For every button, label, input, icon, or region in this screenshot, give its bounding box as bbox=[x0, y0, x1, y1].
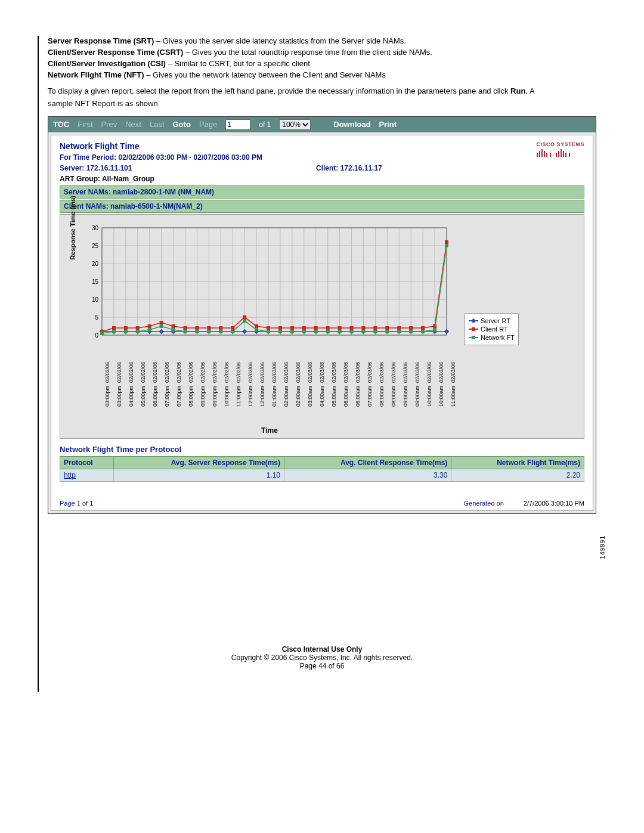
svg-rect-110 bbox=[160, 324, 163, 328]
th-avg-client: Avg. Client Response Time(ms) bbox=[284, 456, 451, 469]
svg-rect-122 bbox=[302, 330, 306, 333]
x-tick: 02/02/0607:00pm bbox=[162, 345, 174, 393]
x-tick: 02/03/0606:00am bbox=[352, 345, 364, 393]
svg-rect-98 bbox=[373, 326, 377, 330]
th-protocol: Protocol bbox=[60, 456, 114, 469]
svg-text:25: 25 bbox=[92, 243, 99, 249]
cisco-logo: CISCO SYSTEMS bbox=[536, 141, 584, 157]
protocol-link[interactable]: http bbox=[60, 469, 114, 481]
svg-text:10: 10 bbox=[92, 296, 99, 303]
svg-rect-50 bbox=[159, 329, 163, 334]
svg-rect-125 bbox=[338, 330, 342, 333]
svg-rect-132 bbox=[421, 330, 425, 333]
cell-nft: 2.20 bbox=[451, 469, 584, 481]
svg-rect-102 bbox=[421, 326, 425, 330]
report-viewer: TOC First Prev Next Last Goto Page of 1 … bbox=[48, 116, 596, 514]
definitions-block: Server Response Time (SRT) – Gives you t… bbox=[48, 36, 596, 80]
svg-rect-85 bbox=[219, 326, 222, 330]
page-footer: Cisco Internal Use Only Copyright © 2006… bbox=[48, 645, 596, 670]
goto-button[interactable]: Goto bbox=[173, 120, 191, 129]
x-tick: 02/03/0604:00am bbox=[317, 345, 329, 393]
zoom-select[interactable]: 100% bbox=[279, 119, 311, 130]
svg-rect-81 bbox=[172, 324, 175, 328]
x-tick: 02/02/0608:00pm bbox=[185, 345, 197, 393]
svg-rect-109 bbox=[148, 328, 151, 332]
of-pages: of 1 bbox=[259, 120, 271, 129]
svg-rect-94 bbox=[326, 326, 330, 330]
legend-client-rt: Client RT bbox=[469, 326, 515, 333]
svg-rect-134 bbox=[445, 244, 448, 247]
svg-rect-116 bbox=[231, 330, 234, 333]
y-axis-label: Response Time (ms) bbox=[69, 196, 76, 259]
svg-rect-91 bbox=[290, 326, 294, 330]
x-axis-label: Time bbox=[79, 426, 460, 435]
chart-area: Response Time (ms) 051015202530 02/02/06… bbox=[60, 214, 584, 439]
svg-rect-130 bbox=[397, 330, 401, 333]
svg-rect-123 bbox=[314, 330, 318, 333]
report-header: Network Flight Time For Time Period: 02/… bbox=[60, 141, 584, 213]
svg-text:20: 20 bbox=[92, 261, 99, 267]
x-tick: 02/03/0603:00am bbox=[305, 345, 317, 393]
th-avg-server: Avg. Server Response Time(ms) bbox=[113, 456, 284, 469]
page-input[interactable] bbox=[225, 119, 250, 130]
x-tick: 02/03/0602:00am bbox=[293, 345, 305, 393]
x-tick: 02/02/0604:00pm bbox=[126, 345, 138, 393]
x-tick: 02/03/0607:00am bbox=[364, 345, 376, 393]
legend-network-ft: Network FT bbox=[469, 334, 515, 341]
x-tick: 02/03/0608:00am bbox=[388, 345, 400, 393]
x-tick: 02/02/0610:00pm bbox=[221, 345, 233, 393]
report-footer: Page 1 of 1 Generated on 2/7/2006 3:00:1… bbox=[60, 482, 584, 510]
report-title: Network Flight Time bbox=[60, 141, 584, 151]
print-button[interactable]: Print bbox=[379, 120, 397, 129]
chart-legend: Server RT Client RT Network FT bbox=[465, 313, 519, 345]
art-group: ART Group: All-Nam_Group bbox=[60, 175, 584, 185]
svg-rect-111 bbox=[172, 328, 175, 332]
svg-rect-92 bbox=[302, 326, 306, 330]
prev-button[interactable]: Prev bbox=[101, 120, 117, 129]
term-nft: Network Flight Time (NFT) bbox=[48, 70, 144, 79]
toc-button[interactable]: TOC bbox=[53, 120, 69, 129]
x-tick: 02/03/0612:00am bbox=[245, 345, 257, 393]
svg-text:30: 30 bbox=[92, 225, 99, 231]
svg-rect-133 bbox=[433, 328, 436, 332]
report-body: CISCO SYSTEMS Network Flight Time For Ti… bbox=[51, 135, 593, 511]
x-tick: 02/03/0608:00am bbox=[376, 345, 388, 393]
last-button[interactable]: Last bbox=[150, 120, 165, 129]
svg-text:0: 0 bbox=[95, 332, 98, 339]
svg-rect-74 bbox=[444, 329, 449, 334]
svg-rect-108 bbox=[136, 330, 140, 333]
x-tick-labels: 02/02/0603:00pm02/02/0603:00pm02/02/0604… bbox=[102, 345, 460, 393]
svg-rect-120 bbox=[278, 330, 282, 333]
x-tick: 02/02/0607:00pm bbox=[174, 345, 185, 393]
svg-rect-97 bbox=[361, 326, 365, 330]
download-button[interactable]: Download bbox=[333, 120, 370, 129]
x-tick: 02/03/0602:00am bbox=[281, 345, 293, 393]
svg-rect-105 bbox=[100, 332, 104, 335]
x-tick: 02/02/0605:00pm bbox=[138, 345, 150, 393]
vertical-rule bbox=[38, 36, 39, 692]
svg-rect-86 bbox=[231, 326, 234, 330]
svg-rect-114 bbox=[207, 330, 210, 333]
svg-rect-96 bbox=[350, 326, 354, 330]
svg-rect-83 bbox=[195, 326, 199, 330]
svg-rect-88 bbox=[255, 324, 258, 328]
svg-rect-57 bbox=[242, 329, 247, 334]
svg-rect-82 bbox=[184, 326, 187, 330]
svg-rect-95 bbox=[338, 326, 342, 330]
x-tick: 02/03/0609:00am bbox=[400, 345, 412, 393]
svg-rect-84 bbox=[207, 326, 210, 330]
svg-rect-128 bbox=[373, 330, 377, 333]
toolbar: TOC First Prev Next Last Goto Page of 1 … bbox=[48, 117, 596, 132]
x-tick: 02/03/0605:00am bbox=[329, 345, 340, 393]
svg-rect-99 bbox=[385, 326, 389, 330]
term-csrt: Client/Server Response Time (CSRT) bbox=[48, 48, 183, 57]
server-nams-bar: Server NAMs: namlab-2800-1-NM (NM_NAM) bbox=[60, 185, 584, 199]
svg-rect-89 bbox=[267, 326, 270, 330]
svg-rect-87 bbox=[243, 315, 246, 319]
svg-rect-127 bbox=[361, 330, 365, 333]
next-button[interactable]: Next bbox=[125, 120, 141, 129]
term-csi: Client/Server Investigation (CSI) bbox=[48, 59, 166, 68]
time-period: For Time Period: 02/02/2006 03:00 PM - 0… bbox=[60, 153, 584, 162]
first-button[interactable]: First bbox=[78, 120, 92, 129]
x-tick: 02/03/0606:00am bbox=[340, 345, 352, 393]
